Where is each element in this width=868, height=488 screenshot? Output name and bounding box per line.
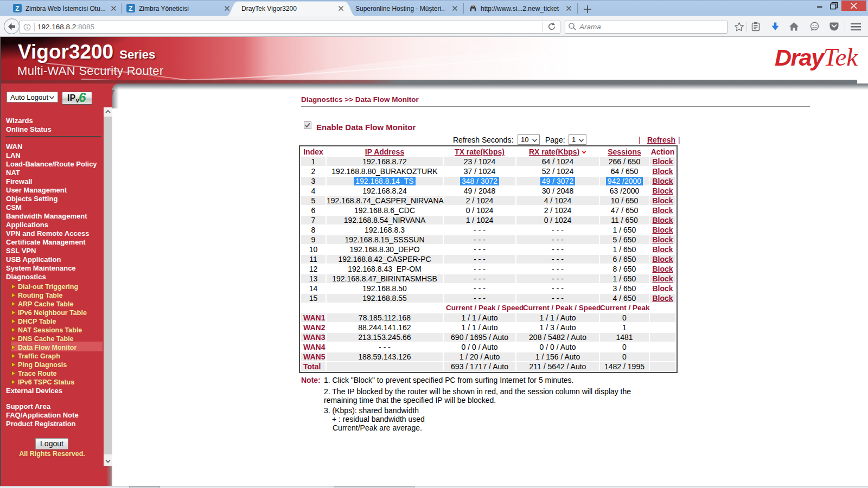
svg-text:Z: Z xyxy=(15,5,19,12)
svg-text:Z: Z xyxy=(129,5,132,12)
